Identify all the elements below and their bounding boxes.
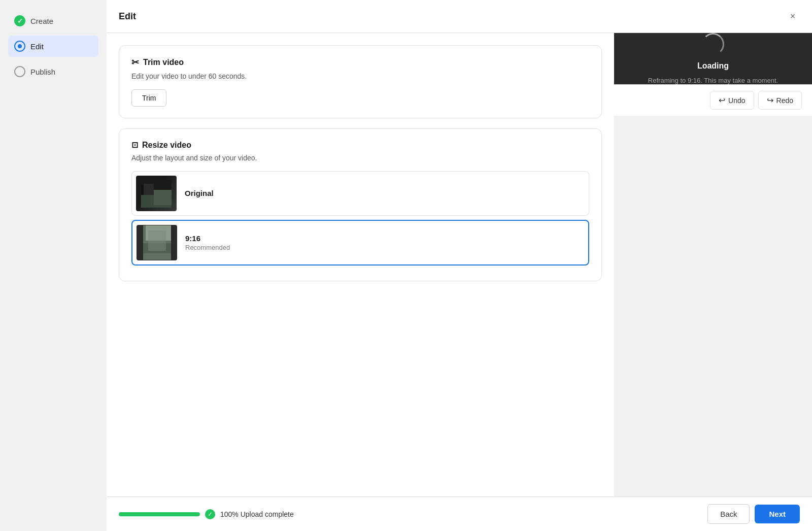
trim-card: ✂ Trim video Edit your video to under 60… xyxy=(119,45,602,118)
preview-content: Loading Reframing to 9:16. This may take… xyxy=(648,33,778,84)
body-split: ✂ Trim video Edit your video to under 60… xyxy=(107,33,812,496)
resize-option-916[interactable]: 9:16 Recommended xyxy=(131,220,589,266)
scissors-icon: ✂ xyxy=(131,57,139,68)
thumbnail-original xyxy=(136,176,177,211)
circle-inner xyxy=(18,44,22,48)
sidebar-item-edit[interactable]: Edit xyxy=(8,36,98,57)
undo-redo-bar: ↩ Undo ↪ Redo xyxy=(614,84,812,116)
undo-icon: ↩ xyxy=(719,95,725,105)
trim-card-title: ✂ Trim video xyxy=(131,57,589,68)
checkmark-icon: ✓ xyxy=(14,15,25,26)
sidebar-label-create: Create xyxy=(30,17,53,25)
trim-card-subtitle: Edit your video to under 60 seconds. xyxy=(131,72,589,80)
right-panel: Loading Reframing to 9:16. This may take… xyxy=(614,33,812,496)
resize-card-subtitle: Adjust the layout and size of your video… xyxy=(131,154,589,162)
modal-title: Edit xyxy=(119,11,136,22)
sidebar: ✓ Create Edit Publish xyxy=(0,0,107,531)
upload-complete-icon: ✓ xyxy=(205,509,215,519)
sidebar-label-edit: Edit xyxy=(30,42,44,51)
resize-option-original[interactable]: Original xyxy=(131,171,589,216)
loading-subtext: Reframing to 9:16. This may take a momen… xyxy=(648,77,778,84)
svg-rect-8 xyxy=(148,230,166,251)
close-button[interactable]: × xyxy=(786,9,800,23)
redo-label: Redo xyxy=(776,96,793,105)
resize-916-text: 9:16 xyxy=(185,234,580,243)
undo-label: Undo xyxy=(728,96,745,105)
thumb-916-img xyxy=(143,225,171,260)
next-button[interactable]: Next xyxy=(755,505,800,523)
undo-button[interactable]: ↩ Undo xyxy=(710,91,754,110)
resize-card-title: ⊡ Resize video xyxy=(131,140,589,150)
progress-bar-background xyxy=(119,512,200,516)
svg-rect-4 xyxy=(154,190,172,205)
modal-header: Edit × xyxy=(107,0,812,33)
back-button[interactable]: Back xyxy=(707,504,750,524)
trim-button[interactable]: Trim xyxy=(131,89,166,107)
resize-original-label: Original xyxy=(185,189,581,198)
edit-panel: ✂ Trim video Edit your video to under 60… xyxy=(107,33,614,496)
resize-916-label: 9:16 Recommended xyxy=(185,234,580,251)
circle-empty-icon xyxy=(14,66,25,77)
upload-text: 100% Upload complete xyxy=(220,510,294,518)
circle-blue-icon xyxy=(14,41,25,52)
thumb-original-img xyxy=(136,176,177,211)
preview-panel: Loading Reframing to 9:16. This may take… xyxy=(614,33,812,84)
loading-text: Loading xyxy=(697,61,729,71)
sidebar-item-create[interactable]: ✓ Create xyxy=(8,10,98,31)
upload-progress: ✓ 100% Upload complete xyxy=(119,509,294,519)
resize-916-subtext: Recommended xyxy=(185,244,580,251)
redo-icon: ↪ xyxy=(767,95,773,105)
thumbnail-916 xyxy=(137,225,177,260)
resize-icon: ⊡ xyxy=(131,140,138,150)
progress-bar-fill xyxy=(119,512,200,516)
loading-spinner xyxy=(702,33,724,55)
resize-card: ⊡ Resize video Adjust the layout and siz… xyxy=(119,128,602,281)
bottom-bar: ✓ 100% Upload complete Back Next xyxy=(107,496,812,531)
content-area: Edit × ✂ Trim video Edit your video to u… xyxy=(107,0,812,531)
sidebar-label-publish: Publish xyxy=(30,68,55,76)
redo-button[interactable]: ↪ Redo xyxy=(758,91,802,110)
bottom-actions: Back Next xyxy=(707,504,800,524)
resize-original-text: Original xyxy=(185,189,581,197)
sidebar-item-publish[interactable]: Publish xyxy=(8,61,98,82)
